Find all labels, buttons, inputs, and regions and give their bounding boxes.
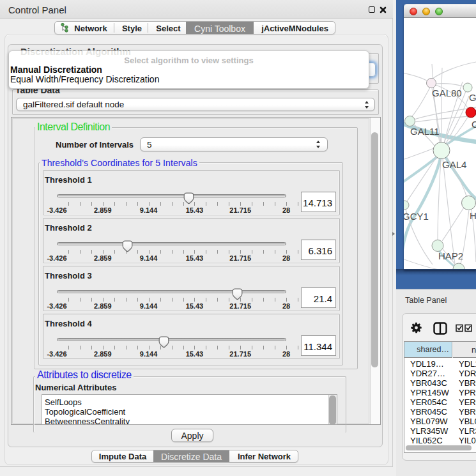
svg-text:GCY1: GCY1 [404,211,429,222]
svg-text:GAL11: GAL11 [410,126,440,137]
svg-text:GAL1: GAL1 [469,92,476,103]
svg-text:C: C [472,119,476,130]
svg-text:GAL80: GAL80 [432,88,462,98]
svg-text:H: H [470,210,476,221]
svg-text:GAL4: GAL4 [442,159,466,170]
svg-text:HAP2: HAP2 [438,250,463,261]
